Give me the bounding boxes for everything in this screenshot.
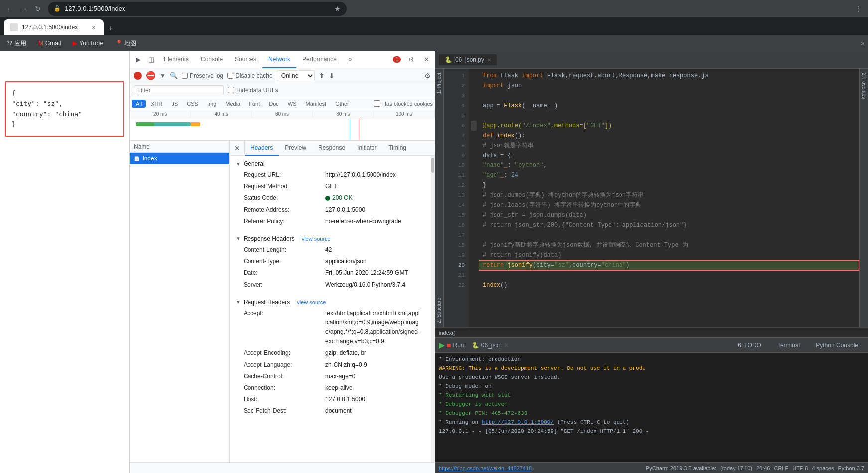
general-section-header[interactable]: ▼ General <box>236 158 429 169</box>
type-doc-button[interactable]: Doc <box>265 100 283 108</box>
import-har-icon[interactable]: ⬆ <box>319 72 325 80</box>
filter-input[interactable] <box>134 85 224 95</box>
run-file-tab[interactable]: 06_json <box>481 342 502 349</box>
browser-chrome: ← → ↻ 🔓 127.0.0.1:5000/index ★ ⋮ <box>0 0 868 17</box>
forward-button[interactable]: → <box>18 3 30 15</box>
stop-icon[interactable]: ■ <box>447 341 451 349</box>
type-img-button[interactable]: Img <box>203 100 220 108</box>
tab-network[interactable]: Network <box>262 51 296 68</box>
bookmarks-more-button[interactable]: » <box>861 40 864 47</box>
hide-data-urls-checkbox[interactable] <box>228 87 234 93</box>
project-panel-label[interactable]: 1: Project <box>435 71 443 96</box>
tab-close-button[interactable]: ✕ <box>90 23 98 31</box>
bookmark-gmail[interactable]: M Gmail <box>35 38 64 49</box>
reload-button[interactable]: ↻ <box>32 3 44 15</box>
cache-control-value: max-age=0 <box>325 372 355 381</box>
ide-header: 🐍 06_json.py ✕ <box>435 51 868 69</box>
preserve-log-text: Preserve log <box>190 72 223 79</box>
network-item-index[interactable]: 📄 index <box>130 153 229 164</box>
detail-tab-preview[interactable]: Preview <box>279 141 312 156</box>
bookmark-star-icon[interactable]: ★ <box>334 5 341 13</box>
chrome-more-button[interactable]: ⋮ <box>852 3 864 15</box>
detail-tab-timing[interactable]: Timing <box>382 141 412 156</box>
type-other-button[interactable]: Other <box>331 100 353 108</box>
type-css-button[interactable]: CSS <box>183 100 202 108</box>
run-tab-close[interactable]: ✕ <box>504 342 509 349</box>
disable-cache-label[interactable]: Disable cache <box>227 72 272 79</box>
search-network-icon[interactable]: 🔍 <box>170 72 178 79</box>
term-server-link[interactable]: http://127.0.0.1:5000/ <box>482 419 554 425</box>
status-indent: 4 spaces <box>812 465 834 471</box>
response-headers-section-header[interactable]: ▼ Response Headers view source <box>236 233 429 244</box>
line-num-13: 13 <box>444 190 469 200</box>
type-font-button[interactable]: Font <box>245 100 264 108</box>
back-button[interactable]: ← <box>4 3 16 15</box>
detail-tab-response[interactable]: Response <box>312 141 351 156</box>
preserve-log-label[interactable]: Preserve log <box>182 72 223 79</box>
network-settings-icon[interactable]: ⚙ <box>424 72 431 80</box>
tab-performance[interactable]: Performance <box>296 51 343 68</box>
play-icon[interactable]: ▶ <box>439 340 445 350</box>
favorites-panel-label[interactable]: 2: Favorites <box>860 71 868 101</box>
type-xhr-button[interactable]: XHR <box>147 100 166 108</box>
address-bar[interactable]: 🔓 127.0.0.1:5000/index ★ <box>48 2 347 16</box>
bookmark-maps[interactable]: 📍 地图 <box>112 37 139 50</box>
filter-icon[interactable]: ▼ <box>160 72 166 79</box>
bookmark-youtube[interactable]: ▶ YouTube <box>70 38 106 49</box>
blocked-cookies-text: Has blocked cookies <box>382 101 433 107</box>
new-tab-button[interactable]: + <box>104 21 118 35</box>
response-headers-view-source[interactable]: view source <box>302 236 331 242</box>
devtools-device-icon[interactable]: ◫ <box>145 53 158 66</box>
line-num-9: 9 <box>444 151 469 160</box>
preserve-log-checkbox[interactable] <box>182 73 188 79</box>
tab-more[interactable]: » <box>343 51 358 68</box>
type-ws-button[interactable]: WS <box>284 100 301 108</box>
hide-data-urls-label[interactable]: Hide data URLs <box>228 87 278 94</box>
stop-recording-icon[interactable]: ⛔ <box>146 71 156 80</box>
devtools-close-icon[interactable]: ✕ <box>420 53 433 66</box>
ide-code-area[interactable]: from flask import Flask,request,abort,Re… <box>479 69 859 327</box>
ide-right-sidebar: 2: Favorites <box>859 69 868 327</box>
blocked-cookies-filter[interactable]: Has blocked cookies <box>374 100 433 107</box>
record-button[interactable] <box>134 72 142 80</box>
term-line-7: * Debugger PIN: 405-472-638 <box>439 409 864 418</box>
devtools-inspect-icon[interactable]: ▶ <box>132 53 145 66</box>
devtools-settings-icon[interactable]: ⚙ <box>405 53 418 66</box>
throttle-select[interactable]: Online Fast 3G Slow 3G <box>277 70 315 81</box>
detail-tab-headers[interactable]: Headers <box>245 141 279 156</box>
detail-close-button[interactable]: ✕ <box>230 141 245 155</box>
network-timeline: 20 ms 40 ms 60 ms 80 ms 100 ms <box>130 110 435 140</box>
blocked-cookies-checkbox[interactable] <box>374 100 380 107</box>
referrer-policy-value: no-referrer-when-downgrade <box>325 217 401 226</box>
type-media-button[interactable]: Media <box>221 100 244 108</box>
general-arrow-icon: ▼ <box>236 161 241 167</box>
type-js-button[interactable]: JS <box>167 100 182 108</box>
detail-scrollbar[interactable] <box>431 156 435 462</box>
ide-tab-close-icon[interactable]: ✕ <box>487 57 491 63</box>
server-value: Werkzeug/0.16.0 Python/3.7.4 <box>325 280 405 290</box>
disable-cache-checkbox[interactable] <box>227 73 233 79</box>
detail-tab-initiator[interactable]: Initiator <box>351 141 382 156</box>
line-num-20: 20 <box>444 260 469 270</box>
export-har-icon[interactable]: ⬇ <box>329 72 335 80</box>
browser-tab[interactable]: 127.0.0.1:5000/index ✕ <box>4 19 104 35</box>
todo-tab[interactable]: 6: TODO <box>732 340 767 351</box>
line-num-18: 18 <box>444 240 469 250</box>
blog-link[interactable]: https://blog.csdn.net/weixin_44827418 <box>439 465 532 471</box>
type-manifest-button[interactable]: Manifest <box>302 100 331 108</box>
status-code-row: Status Code: 200 OK <box>236 192 429 204</box>
request-headers-view-source[interactable]: view source <box>297 299 326 305</box>
request-headers-section-header[interactable]: ▼ Request Headers view source <box>236 297 429 308</box>
bookmark-apps[interactable]: ⁇ 应用 <box>4 37 29 50</box>
tab-console[interactable]: Console <box>195 51 229 68</box>
structure-panel-label[interactable]: Z: Structure <box>435 296 443 325</box>
terminal-tab[interactable]: Terminal <box>771 340 806 351</box>
connection-value: keep-alive <box>325 383 353 393</box>
tab-sources[interactable]: Sources <box>229 51 262 68</box>
python-console-tab[interactable]: Python Console <box>810 340 864 351</box>
type-all-button[interactable]: All <box>132 100 146 108</box>
scrollbar-thumb[interactable] <box>431 158 434 173</box>
tab-title: 127.0.0.1:5000/index <box>22 24 86 31</box>
ide-file-tab[interactable]: 🐍 06_json.py ✕ <box>439 54 497 65</box>
tab-elements[interactable]: Elements <box>158 51 195 68</box>
